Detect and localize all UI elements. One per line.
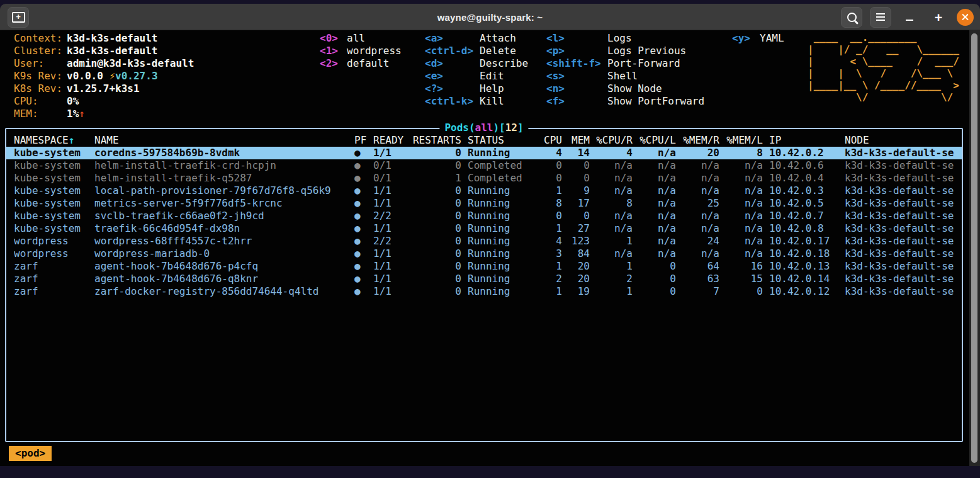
- cell-restarts: 0: [406, 147, 461, 159]
- pods-table: NAMESPACE↑NAMEPFREADYRESTARTSSTATUSCPUME…: [6, 129, 962, 441]
- cell-pf: ●: [354, 273, 373, 285]
- cell-restarts: 0: [406, 285, 461, 298]
- cell-pf: ●: [354, 197, 373, 210]
- search-icon: [847, 13, 857, 22]
- cell-ready: 1/1: [373, 285, 406, 298]
- cell-restarts: 0: [406, 159, 461, 172]
- resource-crumb-badge: <pod>: [9, 446, 52, 461]
- namespace-shortcut-key: <0>: [320, 32, 347, 45]
- cell-restarts: 0: [406, 222, 461, 235]
- table-row[interactable]: wordpresswordpress-68fff4557c-t2hrr●2/20…: [6, 235, 962, 248]
- cell-restarts: 0: [406, 197, 461, 210]
- cell-cpu_l: 0: [633, 273, 676, 285]
- hamburger-icon: [876, 16, 885, 18]
- cell-cpu: 1: [537, 222, 562, 235]
- table-row[interactable]: kube-systemmetrics-server-5f9f776df5-krc…: [6, 197, 962, 210]
- hotkey: <s>Shell: [546, 70, 704, 83]
- cell-cpu_r: n/a: [590, 210, 633, 222]
- cell-mem: 14: [562, 147, 590, 159]
- cell-name: agent-hook-7b4648d676-q8knr: [94, 273, 354, 285]
- hotkey-key: <e>: [425, 70, 480, 83]
- cell-mem: 27: [562, 222, 590, 235]
- table-row[interactable]: kube-systemtraefik-66c46d954f-dx98n●1/10…: [6, 222, 962, 235]
- k9s-ascii-logo: ____ __.________ | |/ _/ __ \______ | < …: [808, 31, 959, 103]
- pods-panel: Pods(all)[12] NAMESPACE↑NAMEPFREADYRESTA…: [5, 128, 963, 442]
- cell-mem_l: n/a: [719, 210, 763, 222]
- cluster-value: k3d-k3s-default: [67, 45, 158, 57]
- sort-arrow-icon: ↑: [69, 134, 75, 146]
- close-button[interactable]: [957, 9, 974, 26]
- cell-mem_l: n/a: [719, 185, 763, 197]
- cell-cpu: 1: [537, 285, 562, 298]
- cell-status: Running: [461, 235, 537, 248]
- cell-status: Running: [461, 285, 537, 298]
- hotkey: <ctrl-d>Delete: [425, 45, 528, 57]
- minimize-button[interactable]: [899, 7, 920, 28]
- table-row[interactable]: kube-systemcoredns-597584b69b-8vdmk●1/10…: [6, 147, 962, 159]
- cell-cpu_l: n/a: [633, 185, 676, 197]
- cell-restarts: 0: [406, 273, 461, 285]
- table-row[interactable]: zarfagent-hook-7b4648d676-p4cfq●1/10Runn…: [6, 260, 962, 273]
- table-row[interactable]: kube-systemhelm-install-traefik-q5287●0/…: [6, 172, 962, 185]
- cell-pf: ●: [354, 147, 373, 159]
- cell-ready: 1/1: [373, 147, 406, 159]
- cell-cpu_l: n/a: [633, 248, 676, 260]
- table-header-row: NAMESPACE↑NAMEPFREADYRESTARTSSTATUSCPUME…: [6, 134, 962, 147]
- table-row[interactable]: zarfagent-hook-7b4648d676-q8knr●1/10Runn…: [6, 273, 962, 285]
- cell-mem_r: n/a: [676, 185, 719, 197]
- cluster-label: Cluster:: [14, 45, 67, 57]
- table-row[interactable]: kube-systemlocal-path-provisioner-79f67d…: [6, 185, 962, 197]
- hotkey-label: Describe: [480, 57, 528, 69]
- new-tab-button[interactable]: +: [8, 7, 29, 28]
- cell-mem: 123: [562, 235, 590, 248]
- scrollbar-thumb[interactable]: [971, 33, 977, 463]
- cell-ip: 10.42.0.12: [763, 285, 837, 298]
- cluster-info: Context:k3d-k3s-default Cluster:k3d-k3s-…: [14, 32, 194, 120]
- search-button[interactable]: [841, 7, 862, 28]
- k9s-rev-value: v0.0.0: [67, 70, 103, 82]
- cell-name: metrics-server-5f9f776df5-krcnc: [94, 197, 354, 210]
- hotkey-label: Show PortForward: [607, 95, 704, 107]
- cell-name: wordpress-mariadb-0: [94, 248, 354, 260]
- table-row[interactable]: zarfzarf-docker-registry-856dd74644-q4lt…: [6, 285, 962, 298]
- table-row[interactable]: kube-systemhelm-install-traefik-crd-hcpj…: [6, 159, 962, 172]
- cell-cpu_r: n/a: [590, 185, 633, 197]
- cell-namespace: kube-system: [14, 222, 94, 235]
- cell-ready: 1/1: [373, 222, 406, 235]
- menu-button[interactable]: [870, 7, 891, 28]
- table-row[interactable]: kube-systemsvclb-traefik-c66ae0f2-jh9cd●…: [6, 210, 962, 222]
- cell-restarts: 1: [406, 172, 461, 185]
- cell-mem_l: n/a: [719, 235, 763, 248]
- cell-cpu_r: 1: [590, 285, 633, 298]
- cell-name: coredns-597584b69b-8vdmk: [94, 147, 354, 159]
- column-header-mem: MEM: [562, 134, 590, 147]
- cell-node: k3d-k3s-default-ser: [837, 285, 954, 298]
- cell-restarts: 0: [406, 235, 461, 248]
- cell-status: Completed: [461, 172, 537, 185]
- cell-cpu_l: n/a: [633, 210, 676, 222]
- hotkey-key: <f>: [546, 95, 607, 108]
- hotkey-key: <l>: [546, 32, 607, 45]
- column-header-cpu_l: %CPU/L: [633, 134, 676, 147]
- cell-cpu_r: 2: [590, 273, 633, 285]
- cell-cpu_r: 1: [590, 235, 633, 248]
- terminal-content[interactable]: Context:k3d-k3s-default Cluster:k3d-k3s-…: [0, 30, 969, 466]
- cell-mem_r: 20: [676, 147, 719, 159]
- user-value: admin@k3d-k3s-default: [67, 57, 194, 69]
- column-header-ip: IP: [763, 134, 837, 147]
- maximize-button[interactable]: +: [928, 7, 949, 28]
- cell-namespace: kube-system: [14, 210, 94, 222]
- cell-restarts: 0: [406, 210, 461, 222]
- window-title: wayne@guilty-spark: ~: [437, 12, 543, 23]
- cell-ready: 1/1: [373, 197, 406, 210]
- hotkey-key: <shift-f>: [546, 57, 607, 70]
- cell-namespace: kube-system: [14, 147, 94, 159]
- cell-cpu_l: n/a: [633, 172, 676, 185]
- cell-node: k3d-k3s-default-ser: [837, 273, 954, 285]
- cell-mem_r: n/a: [676, 159, 719, 172]
- hotkey: <a>Attach: [425, 32, 528, 45]
- cell-cpu: 2: [537, 273, 562, 285]
- cell-name: zarf-docker-registry-856dd74644-q4ltd: [94, 285, 354, 298]
- hotkey: <d>Describe: [425, 57, 528, 70]
- table-row[interactable]: wordpresswordpress-mariadb-0●1/10Running…: [6, 248, 962, 260]
